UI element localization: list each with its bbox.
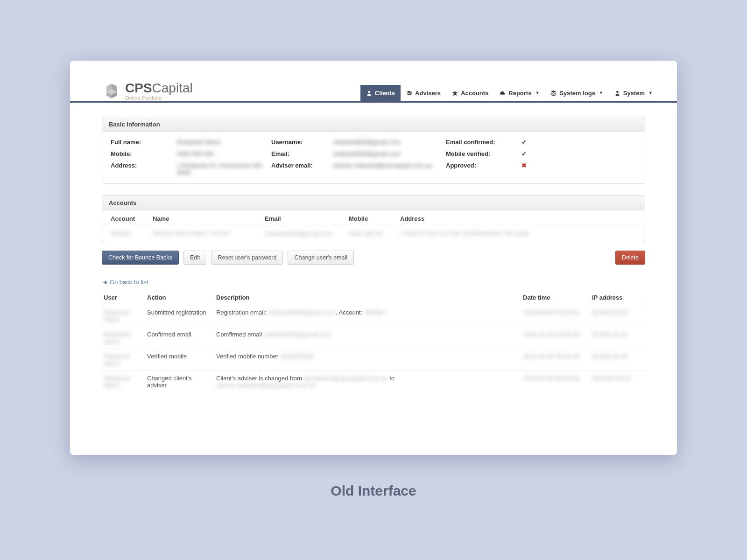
accounts-heading: Accounts: [102, 196, 645, 210]
nav-system-logs-label: System logs: [559, 90, 595, 97]
go-back-link[interactable]: ◄ Go back to list: [102, 279, 148, 286]
cell-address: 1 REDACTED CLOSE SOMEWHERE WA 0000: [400, 230, 636, 237]
value-username: redacted000@gmail.com: [333, 139, 440, 146]
nav-reports[interactable]: Reports ▼: [494, 85, 545, 101]
mobile-verified-check-icon: ✓: [521, 150, 540, 157]
check-bounce-button[interactable]: Check for Bounce Backs: [102, 251, 179, 265]
caret-down-icon: ▼: [535, 91, 539, 95]
content: Basic information Full name: Redacted Na…: [70, 103, 677, 392]
graduation-icon: [406, 90, 412, 96]
log-user: Redacted Name: [104, 375, 143, 389]
log-description: Client's adviser is changed from old.adv…: [216, 375, 519, 389]
table-row: Redacted Name Confirmed email Comfirmed …: [102, 327, 645, 349]
log-ip: 00.000.00.00: [592, 309, 643, 316]
basic-info-heading: Basic information: [102, 117, 645, 132]
log-datetime: 2019-00-00 00:00:00: [523, 331, 588, 338]
nav-reports-label: Reports: [508, 90, 531, 97]
log-datetime: 2019-00-00 00:00:00: [523, 309, 588, 316]
label-adviser-email: Adviser email:: [271, 162, 327, 169]
star-icon: [452, 90, 458, 96]
log-col-ip: IP address: [592, 294, 643, 301]
value-address: 1 Redacted St, Somewhere WA 0000: [177, 162, 266, 176]
log-col-user: User: [104, 294, 143, 301]
nav-clients-label: Clients: [375, 90, 395, 97]
value-email: redacted000@gmail.com: [333, 150, 440, 157]
label-full-name: Full name:: [111, 139, 171, 146]
app-window: CPSCapital Online Portfolio Clients Advi…: [70, 61, 677, 455]
log-ip: 00.000.00.00: [592, 353, 643, 360]
log-datetime: 2019-00-00 00:00:00: [523, 375, 588, 382]
arrow-left-icon: ◄: [102, 279, 108, 286]
log-user: Redacted Name: [104, 353, 143, 367]
label-email-confirmed: Email confirmed:: [446, 139, 516, 146]
log-col-description: Description: [216, 294, 519, 301]
log-col-datetime: Date time: [523, 294, 588, 301]
table-row: Redacted Name Submitted registration Reg…: [102, 305, 645, 327]
log-description: Comfirmed email redacted000@gmail.com: [216, 331, 519, 338]
col-account: Account: [111, 215, 153, 222]
brand-mark-icon: [103, 83, 120, 100]
nav-accounts[interactable]: Accounts: [446, 85, 494, 101]
nav-clients[interactable]: Clients: [360, 85, 401, 101]
email-confirmed-check-icon: ✓: [521, 139, 540, 146]
brand-name: CPSCapital: [125, 82, 193, 95]
accounts-table-header: Account Name Email Mobile Address: [102, 210, 645, 225]
label-email: Email:: [271, 150, 327, 157]
log-col-action: Action: [147, 294, 212, 301]
user-icon: [366, 90, 372, 96]
log-table-header: User Action Description Date time IP add…: [102, 290, 645, 305]
edit-button[interactable]: Edit: [183, 251, 207, 265]
log-ip: 00.000.00.00: [592, 331, 643, 338]
change-email-button[interactable]: Change user's email: [288, 251, 354, 265]
cloud-icon: [500, 90, 506, 96]
cell-email: redacted000@gmail.com: [265, 230, 349, 237]
basic-info-grid: Full name: Redacted Name Username: redac…: [111, 139, 636, 176]
label-approved: Approved:: [446, 162, 516, 169]
action-row: Check for Bounce Backs Edit Reset user's…: [102, 251, 645, 265]
main-nav: Clients Advisers Accounts Reports ▼: [360, 85, 658, 101]
log-action: Changed client's adviser: [147, 375, 212, 389]
header: CPSCapital Online Portfolio Clients Advi…: [70, 61, 677, 101]
go-back-label: Go back to list: [110, 279, 148, 286]
log-description: Registration email: redacted000@gmail.co…: [216, 309, 519, 316]
nav-system-label: System: [623, 90, 645, 97]
value-mobile: 0400 000 000: [177, 150, 266, 157]
col-name: Name: [153, 215, 265, 222]
label-username: Username:: [271, 139, 327, 146]
cell-account: 000000: [111, 230, 153, 237]
nav-advisers-label: Advisers: [415, 90, 441, 97]
nav-system-logs[interactable]: System logs ▼: [545, 85, 609, 101]
log-action: Confirmed email: [147, 331, 212, 338]
cell-name: REDACTED FAMILY TRUST: [153, 230, 265, 237]
caret-down-icon: ▼: [599, 91, 603, 95]
caret-down-icon: ▼: [648, 91, 653, 95]
nav-accounts-label: Accounts: [461, 90, 488, 97]
value-adviser-email: adviser.redacted@cpscapital.com.au: [333, 162, 440, 169]
label-mobile: Mobile:: [111, 150, 171, 157]
figure-caption: Old Interface: [331, 483, 416, 499]
col-email: Email: [265, 215, 349, 222]
brand-logo: CPSCapital Online Portfolio: [103, 82, 193, 101]
basic-info-panel: Basic information Full name: Redacted Na…: [102, 117, 645, 184]
nav-advisers[interactable]: Advisers: [401, 85, 446, 101]
log-action: Verified mobile: [147, 353, 212, 360]
table-row: 000000 REDACTED FAMILY TRUST redacted000…: [102, 225, 645, 242]
approved-cross-icon: ✖: [521, 162, 540, 169]
layers-icon: [550, 90, 557, 96]
user-settings-icon: [614, 90, 620, 96]
log-datetime: 2019-00-00 00:00:00: [523, 353, 588, 360]
accounts-panel: Accounts Account Name Email Mobile Addre…: [102, 195, 645, 242]
reset-password-button[interactable]: Reset user's password: [211, 251, 283, 265]
log-user: Redacted Name: [104, 309, 143, 323]
col-mobile: Mobile: [349, 215, 400, 222]
table-row: Redacted Name Verified mobile Verified m…: [102, 349, 645, 371]
log-user: Redacted Name: [104, 331, 143, 345]
brand-subtitle: Online Portfolio: [125, 96, 193, 101]
label-address: Address:: [111, 162, 171, 169]
nav-system[interactable]: System ▼: [609, 85, 658, 101]
log-description: Verified mobile number 0400000000: [216, 353, 519, 360]
value-full-name: Redacted Name: [177, 139, 266, 146]
cell-mobile: 0400 000 00: [349, 230, 400, 237]
col-address: Address: [400, 215, 636, 222]
delete-button[interactable]: Delete: [615, 251, 645, 265]
